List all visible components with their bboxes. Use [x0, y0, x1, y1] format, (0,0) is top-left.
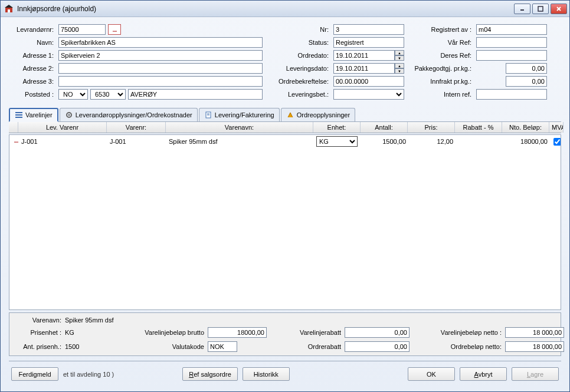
supplier-lookup-button[interactable]: ....	[108, 24, 121, 35]
supplier-name-input[interactable]	[58, 37, 263, 48]
post-country-select[interactable]: NO	[58, 89, 88, 100]
address3-input[interactable]	[58, 76, 263, 87]
label-ordrenetto: Ordrebeløp netto:	[413, 343, 502, 350]
app-window: Innkjøpsordre (ajourhold) Levrandørnr: .…	[0, 0, 570, 392]
ordre-netto-input[interactable]	[505, 341, 564, 352]
cell-antall: 1500,00	[361, 138, 408, 145]
historikk-button[interactable]: Historikk	[243, 367, 290, 381]
svg-marker-1	[5, 5, 13, 8]
freight-kg-input[interactable]	[506, 76, 547, 87]
their-ref-input[interactable]	[476, 50, 547, 61]
svg-rect-4	[538, 6, 543, 11]
our-ref-input[interactable]	[476, 37, 547, 48]
label-sum-varenavn: Varenavn:	[15, 317, 61, 324]
deliv-date-down[interactable]: ▼	[395, 68, 404, 74]
delivery-terms-select[interactable]	[333, 89, 404, 100]
info-icon	[286, 111, 294, 119]
tab-label: Ordreopplysninger	[297, 111, 350, 118]
ordre-rabatt-input[interactable]	[345, 341, 410, 352]
label-regby: Registrert av :	[408, 26, 473, 33]
ok-button[interactable]: OK	[408, 367, 455, 381]
label-post: Poststed :	[9, 91, 55, 98]
label-addr2: Adresse 2:	[9, 65, 55, 72]
post-city-input[interactable]	[128, 89, 263, 100]
mva-checkbox[interactable]	[553, 138, 561, 146]
order-confirm-input[interactable]	[333, 76, 404, 87]
label-pkgkg: Pakkegodtgj. pr.kg.:	[408, 65, 473, 72]
label-linjenetto: Varelinjebeløp netto :	[413, 329, 502, 336]
col-rabatt: Rabatt - %	[455, 122, 502, 133]
avbryt-button[interactable]: Avbryt	[460, 367, 507, 381]
address1-input[interactable]	[58, 50, 263, 61]
line-brutto-input[interactable]	[208, 327, 267, 338]
address2-input[interactable]	[58, 63, 263, 74]
cell-levvar: J-001	[19, 138, 107, 145]
intern-ref-input[interactable]	[476, 89, 547, 100]
lagre-button[interactable]: Lagre	[512, 367, 559, 381]
deliv-date-up[interactable]: ▲	[395, 63, 404, 68]
col-enhet: Enhet:	[313, 122, 361, 133]
label-name: Navn:	[9, 39, 55, 46]
line-netto-input[interactable]	[505, 327, 564, 338]
label-ourref: Vår Ref:	[408, 39, 473, 46]
tab-leverandor[interactable]: Leverandøropplysninger/Ordrekostnader	[60, 108, 198, 121]
sum-prisenhet: KG	[65, 329, 136, 336]
ref-salgsordre-button[interactable]: Ref salgsordre	[182, 367, 238, 381]
ferdigmeld-button[interactable]: Ferdigmeld	[11, 367, 58, 381]
tab-strip: Varelinjer Leverandøropplysninger/Ordrek…	[9, 108, 561, 122]
cell-varenavn: Spiker 95mm dsf	[166, 138, 314, 145]
tab-label: Leverandøropplysninger/Ordrekostnader	[76, 111, 192, 118]
order-date-down[interactable]: ▼	[395, 55, 404, 61]
sum-antprisenh: 1500	[65, 343, 136, 350]
label-valuta: Valutakode	[139, 343, 204, 350]
registered-by-input[interactable]	[476, 24, 547, 35]
valuta-input[interactable]	[208, 341, 237, 352]
window-buttons	[514, 4, 567, 14]
col-mva: MVA	[549, 122, 564, 133]
col-levvar: Lev. Varenr	[18, 122, 107, 133]
col-varenr: Varenr:	[107, 122, 166, 133]
gear-icon	[65, 111, 73, 119]
tab-ordreopplysninger[interactable]: Ordreopplysninger	[281, 108, 356, 121]
footer-bar: Ferdigmeld et til avdeling 10 ) Ref salg…	[9, 361, 561, 387]
col-nto: Nto. Beløp:	[502, 122, 549, 133]
label-status: Status:	[266, 39, 330, 46]
svg-rect-7	[15, 112, 22, 113]
supplier-number-input[interactable]	[58, 24, 106, 35]
close-button[interactable]	[551, 4, 567, 14]
col-pris: Pris:	[408, 122, 455, 133]
svg-rect-8	[15, 114, 22, 116]
cell-pris: 12,00	[408, 138, 456, 145]
header-fields: Levrandørnr: .... Nr: Registrert av : Na…	[9, 24, 561, 100]
post-code-select[interactable]: 6530	[90, 89, 126, 100]
status-input[interactable]	[333, 37, 404, 48]
package-kg-input[interactable]	[506, 63, 547, 74]
table-row[interactable]: .... J-001 J-001 Spiker 95mm dsf KG 1500…	[9, 135, 561, 148]
label-ordrerabatt: Ordrerabatt	[270, 343, 341, 350]
status-text: et til avdeling 10 )	[63, 371, 114, 378]
label-delivdate: Leveringsdato:	[266, 65, 330, 72]
minimize-button[interactable]	[514, 4, 530, 14]
svg-rect-9	[15, 117, 22, 118]
svg-point-11	[68, 114, 70, 116]
label-sum-prisenhet: Prisenhet :	[15, 329, 61, 336]
tab-varelinjer[interactable]: Varelinjer	[9, 108, 58, 122]
maximize-button[interactable]	[532, 4, 549, 14]
line-items-grid[interactable]: .... J-001 J-001 Spiker 95mm dsf KG 1500…	[9, 134, 561, 310]
label-linjebrutto: Varelinjebeløp brutto	[139, 329, 204, 336]
label-internref: Intern ref.	[408, 91, 473, 98]
label-addr1: Adresse 1:	[9, 52, 55, 59]
order-number-input[interactable]	[333, 24, 404, 35]
window-title: Innkjøpsordre (ajourhold)	[17, 5, 514, 13]
label-orderdate: Ordredato:	[266, 52, 330, 59]
unit-select[interactable]: KG	[316, 136, 358, 147]
order-date-up[interactable]: ▲	[395, 50, 404, 55]
delivery-date-input[interactable]	[333, 63, 395, 74]
label-suppno: Levrandørnr:	[9, 26, 55, 33]
label-confirm: Ordrebekreftelse:	[266, 78, 330, 85]
tab-levering[interactable]: Levering/Fakturering	[199, 108, 280, 121]
line-rabatt-input[interactable]	[345, 327, 410, 338]
order-date-input[interactable]	[333, 50, 395, 61]
row-lookup-button[interactable]: ....	[12, 137, 19, 146]
tab-label: Levering/Fakturering	[215, 111, 274, 118]
